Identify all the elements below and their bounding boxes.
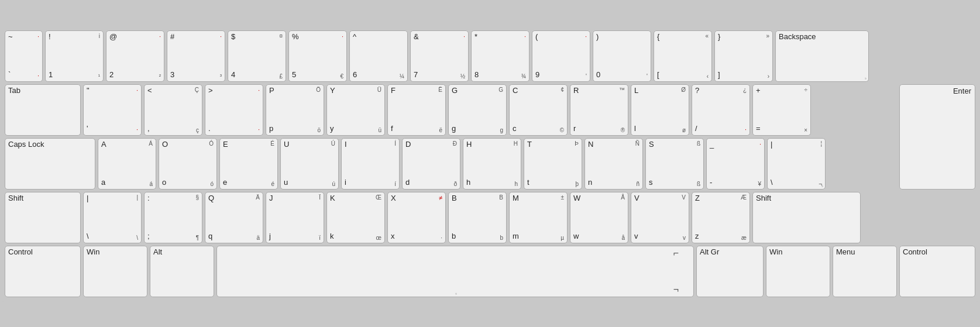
key-x[interactable]: X ≠ x · — [387, 192, 446, 243]
keyboard: ~ · ` · ! i 1 ¹ @ · — [0, 26, 980, 302]
key-r[interactable]: R ™ r ® — [570, 84, 628, 136]
key-colon[interactable]: : § ; ¶ — [144, 192, 202, 243]
key-shift-left[interactable]: Shift — [5, 192, 81, 243]
key-f[interactable]: F Ë f ë — [387, 84, 446, 136]
row-tab: Tab " · ' · < — [5, 84, 897, 136]
rows-2-3-wrapper: Tab " · ' · < — [5, 84, 975, 190]
key-s[interactable]: S ß s ß — [645, 138, 704, 190]
key-t[interactable]: T Þ t þ — [524, 138, 582, 190]
key-shift-right[interactable]: Shift — [752, 192, 861, 243]
key-space[interactable]: ⌐ ¬ ₛ — [216, 246, 694, 297]
key-0[interactable]: ) 0 ' — [593, 30, 651, 82]
key-enter-container: Enter — [899, 84, 975, 190]
key-control-right[interactable]: Control — [899, 246, 975, 297]
key-1[interactable]: ! i 1 ¹ — [45, 30, 104, 82]
key-win-left[interactable]: Win — [83, 246, 147, 297]
key-v[interactable]: V V v v — [631, 192, 689, 243]
key-enter[interactable]: Enter — [899, 84, 975, 190]
row-bottom: Control Win Alt ⌐ ¬ ₛ Alt Gr — [5, 246, 975, 297]
key-w[interactable]: W Å w å — [570, 192, 628, 243]
key-e[interactable]: E É e é — [219, 138, 278, 190]
key-4[interactable]: $ ¤ 4 £ — [228, 30, 286, 82]
key-o[interactable]: O Ó o ó — [159, 138, 217, 190]
key-m[interactable]: M ± m µ — [509, 192, 568, 243]
key-z[interactable]: Z Æ z æ — [692, 192, 750, 243]
key-gt[interactable]: > · . · — [205, 84, 263, 136]
key-menu[interactable]: Menu — [833, 246, 897, 297]
key-9[interactable]: ( · 9 ' — [532, 30, 590, 82]
key-plus[interactable]: + ÷ = × — [752, 84, 811, 136]
key-7[interactable]: & · 7 ½ — [410, 30, 469, 82]
key-6[interactable]: ^ 6 ¼ — [349, 30, 408, 82]
key-a[interactable]: A Á a á — [98, 138, 156, 190]
key-n[interactable]: N Ñ n ñ — [584, 138, 643, 190]
row-shift: Shift | | \ \ : § ; ¶ — [5, 192, 975, 243]
key-h[interactable]: H H h h — [463, 138, 521, 190]
rows-2-3-left: Tab " · ' · < — [5, 84, 897, 190]
key-k[interactable]: K Œ k œ — [326, 192, 385, 243]
key-g[interactable]: G G g g — [448, 84, 507, 136]
row-number: ~ · ` · ! i 1 ¹ @ · — [5, 30, 975, 82]
key-lt[interactable]: < Ç , ç — [144, 84, 202, 136]
key-y[interactable]: Y Ü y ü — [326, 84, 385, 136]
key-quote[interactable]: " · ' · — [83, 84, 142, 136]
row-caps: Caps Lock A Á a á O — [5, 138, 897, 190]
key-rbracket[interactable]: } » ] › — [714, 30, 773, 82]
key-3[interactable]: # · 3 ³ — [167, 30, 225, 82]
key-j[interactable]: J Ï j ï — [266, 192, 324, 243]
key-altgr[interactable]: Alt Gr — [696, 246, 764, 297]
key-backspace[interactable]: Backspace ₛ — [775, 30, 869, 82]
key-8[interactable]: * · 8 ¾ — [471, 30, 529, 82]
key-u[interactable]: U Ú u ú — [280, 138, 339, 190]
key-control-left[interactable]: Control — [5, 246, 81, 297]
key-i[interactable]: I Í i í — [341, 138, 400, 190]
key-5[interactable]: % · 5 € — [288, 30, 347, 82]
key-question[interactable]: ? ¿ / · — [692, 84, 750, 136]
key-win-right[interactable]: Win — [766, 246, 830, 297]
key-pipe[interactable]: | ¦ \ ¬ ₛ — [767, 138, 826, 190]
key-c[interactable]: C ¢ c © — [509, 84, 568, 136]
key-tab[interactable]: Tab — [5, 84, 81, 136]
key-lbracket[interactable]: { « [ ‹ — [654, 30, 712, 82]
key-capslock[interactable]: Caps Lock — [5, 138, 95, 190]
key-alt[interactable]: Alt — [150, 246, 214, 297]
key-q[interactable]: Q Ä q ä — [205, 192, 263, 243]
key-tilde[interactable]: ~ · ` · — [5, 30, 43, 82]
key-underscore[interactable]: _ · - ¥ — [706, 138, 765, 190]
key-pipe2[interactable]: | | \ \ — [83, 192, 142, 243]
key-d[interactable]: D Ð d ð — [402, 138, 460, 190]
key-2[interactable]: @ · 2 ² — [106, 30, 164, 82]
key-b[interactable]: B B b b — [448, 192, 507, 243]
key-l[interactable]: L Ø l ø — [631, 84, 689, 136]
key-p[interactable]: P Ö p ö — [266, 84, 324, 136]
